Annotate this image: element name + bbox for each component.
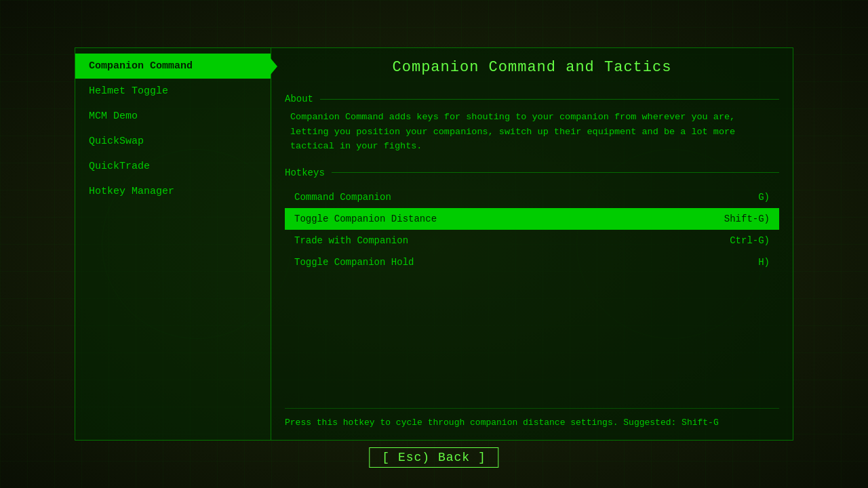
- hotkey-name-toggle-companion-distance: Toggle Companion Distance: [294, 214, 715, 224]
- sidebar-item-mcm-demo[interactable]: MCM Demo: [75, 104, 271, 129]
- about-section-header: About: [285, 94, 779, 104]
- hotkeys-section-header: Hotkeys: [285, 167, 779, 178]
- hotkeys-section-line: [332, 172, 779, 173]
- right-panel: Companion Command and Tactics About Comp…: [271, 47, 793, 441]
- main-container: Companion Command Helmet Toggle MCM Demo…: [0, 0, 868, 488]
- hotkey-key-trade-with-companion: Ctrl-G): [715, 235, 770, 246]
- hotkey-key-command-companion: G): [715, 192, 770, 203]
- hotkeys-section-label: Hotkeys: [285, 167, 325, 178]
- hotkey-name-command-companion: Command Companion: [294, 192, 715, 203]
- hotkey-row-toggle-companion-distance[interactable]: Toggle Companion Distance Shift-G): [285, 208, 779, 230]
- sidebar-item-quicktrade[interactable]: QuickTrade: [75, 154, 271, 179]
- status-bar: Press this hotkey to cycle through compa…: [285, 408, 779, 429]
- ui-wrapper: Companion Command Helmet Toggle MCM Demo…: [75, 47, 793, 441]
- hotkey-row-command-companion[interactable]: Command Companion G): [285, 186, 779, 208]
- hotkey-key-toggle-companion-hold: H): [715, 257, 770, 268]
- hotkey-row-trade-with-companion[interactable]: Trade with Companion Ctrl-G): [285, 230, 779, 251]
- sidebar-item-quickswap[interactable]: QuickSwap: [75, 129, 271, 154]
- panel-title: Companion Command and Tactics: [285, 59, 779, 76]
- about-section-label: About: [285, 94, 313, 104]
- hotkey-row-toggle-companion-hold[interactable]: Toggle Companion Hold H): [285, 251, 779, 273]
- sidebar-item-helmet-toggle[interactable]: Helmet Toggle: [75, 79, 271, 104]
- about-text: Companion Command adds keys for shouting…: [285, 110, 779, 154]
- sidebar-item-hotkey-manager[interactable]: Hotkey Manager: [75, 179, 271, 204]
- hotkey-key-toggle-companion-distance: Shift-G): [715, 214, 770, 224]
- hotkey-name-toggle-companion-hold: Toggle Companion Hold: [294, 257, 715, 268]
- about-section-line: [320, 99, 779, 100]
- sidebar-item-companion-command[interactable]: Companion Command: [75, 54, 271, 79]
- sidebar: Companion Command Helmet Toggle MCM Demo…: [75, 47, 271, 441]
- bottom-bar: [ Esc) Back ]: [369, 447, 498, 468]
- hotkey-name-trade-with-companion: Trade with Companion: [294, 235, 715, 246]
- hotkeys-table: Command Companion G) Toggle Companion Di…: [285, 186, 779, 273]
- back-button[interactable]: [ Esc) Back ]: [369, 447, 498, 468]
